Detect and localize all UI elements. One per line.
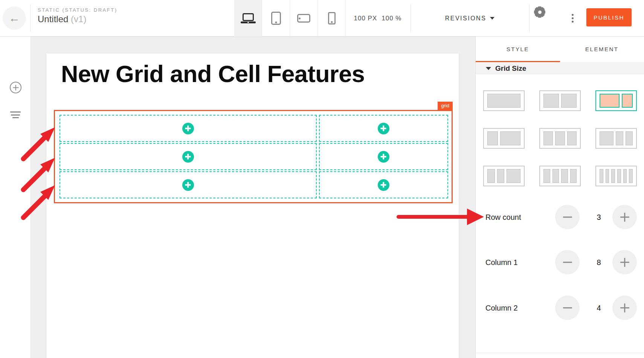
preset-cell <box>600 131 613 145</box>
phone-icon <box>328 12 336 24</box>
page-title: Untitled (v1) <box>38 14 117 24</box>
preset-cell <box>626 131 633 145</box>
preset-cell <box>555 131 565 145</box>
grid-preset-4-4-4[interactable] <box>539 128 581 149</box>
stepper-label: Column 1 <box>485 258 518 267</box>
tablet-landscape-preview-button[interactable] <box>290 0 318 37</box>
back-button[interactable]: ← <box>3 6 26 30</box>
panel-tabs: STYLE ELEMENT <box>476 37 644 62</box>
grid-cell[interactable] <box>319 143 448 170</box>
grid-preset-12[interactable] <box>483 90 525 111</box>
grid-cell[interactable] <box>60 171 317 198</box>
stepper-value: 4 <box>591 303 606 312</box>
preset-cell <box>600 94 620 108</box>
grid-row <box>60 115 448 142</box>
add-to-cell-button[interactable] <box>182 151 194 163</box>
preset-cell <box>567 131 577 145</box>
stepper-label: Column 2 <box>485 303 518 312</box>
add-to-cell-button[interactable] <box>378 179 389 191</box>
divider <box>529 5 530 32</box>
increment-button[interactable] <box>612 296 637 320</box>
laptop-icon <box>241 13 256 23</box>
add-element-button[interactable] <box>10 82 21 93</box>
tablet-portrait-preview-button[interactable] <box>262 0 290 37</box>
stepper-column-2: Column 24 <box>476 296 644 320</box>
preset-cell <box>487 94 520 108</box>
tab-element[interactable]: ELEMENT <box>560 37 644 62</box>
back-arrow-icon: ← <box>9 12 20 24</box>
kebab-icon <box>572 14 574 16</box>
preset-cell <box>507 169 520 183</box>
grid-cell[interactable] <box>319 171 448 198</box>
desktop-preview-button[interactable] <box>234 0 262 37</box>
page-document[interactable] <box>46 53 459 358</box>
stepper-value: 3 <box>591 213 606 221</box>
publish-button[interactable]: PUBLISH <box>586 8 632 26</box>
tablet-portrait-icon <box>271 12 281 25</box>
decrement-button[interactable] <box>555 250 580 274</box>
grid-preset-4-8[interactable] <box>483 128 525 149</box>
preset-cell <box>487 131 498 145</box>
editor-left-sidebar <box>0 37 31 358</box>
preset-cell <box>561 169 568 183</box>
preset-cell <box>616 131 623 145</box>
grid-preset-2-2-2-2-2-2[interactable] <box>595 166 637 186</box>
document-title-block: STATIC (STATUS: DRAFT) Untitled (v1) <box>38 7 117 24</box>
grid-row <box>60 171 448 198</box>
device-preview-toolbar <box>234 0 346 37</box>
preset-cell <box>606 169 609 183</box>
settings-button[interactable] <box>540 12 552 24</box>
tab-style[interactable]: STYLE <box>476 37 560 62</box>
preset-cell <box>611 169 615 183</box>
preset-cell <box>622 94 633 108</box>
viewport-size-labels: 100 PX 100 % <box>345 0 411 37</box>
page-heading[interactable]: New Grid and Cell Features <box>61 60 365 87</box>
preset-cell <box>552 169 559 183</box>
preset-cell <box>543 131 553 145</box>
preset-cell <box>623 169 627 183</box>
grid-preset-6-6[interactable] <box>539 90 581 111</box>
add-to-cell-button[interactable] <box>378 151 389 163</box>
add-to-cell-button[interactable] <box>182 179 194 191</box>
grid-cell[interactable] <box>60 143 317 170</box>
preset-cell <box>561 94 577 108</box>
revisions-dropdown-button[interactable]: REVISIONS <box>411 0 529 37</box>
preset-cell <box>543 94 559 108</box>
top-toolbar: ← STATIC (STATUS: DRAFT) Untitled (v1) 1… <box>0 0 644 37</box>
decrement-button[interactable] <box>555 296 580 320</box>
preset-cell <box>600 169 603 183</box>
grid-cell[interactable] <box>319 115 448 142</box>
mobile-preview-button[interactable] <box>318 0 346 37</box>
increment-button[interactable] <box>612 205 637 229</box>
grid-presets <box>483 90 637 186</box>
preset-cell <box>500 131 520 145</box>
increment-button[interactable] <box>612 250 637 274</box>
decrement-button[interactable] <box>555 205 580 229</box>
add-to-cell-button[interactable] <box>378 123 389 134</box>
stepper-label: Row count <box>485 213 521 221</box>
grid-cell[interactable] <box>60 115 317 142</box>
caret-down-icon <box>490 17 494 20</box>
grid-cells-container <box>60 115 448 198</box>
stepper-row-count: Row count3 <box>476 205 644 229</box>
grid-element[interactable]: grid <box>54 110 453 203</box>
grid-preset-3-3-3-3[interactable] <box>539 166 581 186</box>
more-options-button[interactable] <box>568 11 577 25</box>
section-grid-size[interactable]: Grid Size <box>476 62 644 75</box>
viewport-width-value: 100 PX <box>354 15 377 22</box>
add-to-cell-button[interactable] <box>182 123 194 134</box>
divider <box>476 353 644 353</box>
tablet-landscape-icon <box>297 14 310 23</box>
preset-cell <box>629 169 633 183</box>
divider <box>30 5 31 32</box>
grid-preset-8-4-selected[interactable] <box>595 90 637 111</box>
grid-preset-3-3-6[interactable] <box>483 166 525 186</box>
preset-cell <box>543 169 550 183</box>
grid-preset-6-3-3[interactable] <box>595 128 637 149</box>
section-title: Grid Size <box>495 64 526 73</box>
stepper-value: 8 <box>591 258 606 267</box>
element-tree-button[interactable] <box>10 111 21 118</box>
status-label: STATIC (STATUS: DRAFT) <box>38 7 117 13</box>
version-label: (v1) <box>71 14 86 24</box>
collapse-triangle-icon <box>486 67 491 70</box>
